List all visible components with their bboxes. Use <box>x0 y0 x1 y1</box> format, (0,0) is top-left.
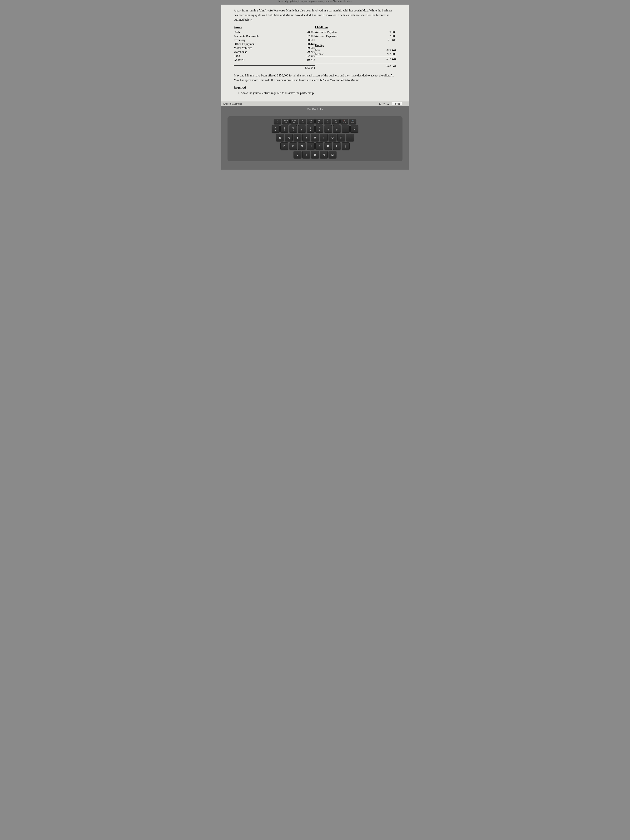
key-r[interactable]: R <box>285 134 293 141</box>
liabilities-subtotal-row: 12,100 <box>315 38 396 42</box>
intro-paragraph: A part from running Min Armin Wasteage M… <box>234 8 396 22</box>
key-f[interactable]: F <box>289 142 297 150</box>
key-d[interactable]: D <box>280 142 288 150</box>
balance-sheet: Assets Cash 70,006 Accounts Receivable 6… <box>234 25 396 69</box>
key-m[interactable]: M <box>328 151 336 158</box>
key-f5[interactable]: ☀ F5 <box>299 119 306 124</box>
top-notification-bar: th security updates, fixes, and improvem… <box>278 0 352 3</box>
key-i[interactable]: I <box>320 134 328 141</box>
asset-gw-label: Goodwill <box>234 58 298 62</box>
required-heading: Required <box>234 85 396 90</box>
status-right-controls: ⊞ ≡ ☰ Focus — <box>379 102 407 106</box>
key-9-lparen[interactable]: ( 9 <box>324 125 332 133</box>
asset-land-label: Land <box>234 54 298 58</box>
key-h[interactable]: H <box>307 142 314 150</box>
icon-grid: ⊞ <box>379 103 381 105</box>
liabilities-heading: Liabilities <box>315 25 396 29</box>
asset-inv-label: Inventory <box>234 38 298 42</box>
home-key-row: D F G H J K L : ; <box>230 142 400 150</box>
qwerty-key-row: E R T Y U I O P { <box>230 134 400 141</box>
key-p[interactable]: P <box>337 134 345 141</box>
key-f6[interactable]: ☀☀ F6 <box>307 119 314 124</box>
key-f4[interactable]: ⊞⊞⊞ F4 <box>291 119 298 124</box>
asset-row: Accounts Receivable 62,000 <box>234 35 315 38</box>
asset-ar-value: 62,000 <box>298 35 315 38</box>
liabilities-section: Liabilities Accounts Payable 9,300 Accru… <box>315 25 396 69</box>
focus-button[interactable]: Focus <box>392 102 402 106</box>
ae-value: 2,800 <box>380 35 396 38</box>
key-6-caret[interactable]: ^ 6 <box>298 125 306 133</box>
asset-row: Warehouse 79,200 <box>234 50 315 54</box>
key-b[interactable]: B <box>311 151 319 158</box>
key-5-percent[interactable]: % 5 <box>289 125 297 133</box>
required-item-1: 1. Show the journal entries required to … <box>238 91 396 95</box>
separator: — <box>404 103 407 105</box>
liability-row: Accounts Payable 9,300 <box>315 30 396 34</box>
key-7-ampersand[interactable]: & 7 <box>307 125 314 133</box>
key-f7[interactable]: ⏮ F7 <box>316 119 323 124</box>
key-f10[interactable]: 🔇 F10 <box>340 119 348 124</box>
icon-lines: ≡ <box>384 103 385 105</box>
key-l[interactable]: L <box>333 142 341 150</box>
key-f2[interactable]: 曰 F2 <box>274 119 281 124</box>
asset-gw-value: 19,738 <box>298 58 315 62</box>
assets-total-value: 543,544 <box>298 66 315 69</box>
ap-label: Accounts Payable <box>315 30 380 34</box>
keyboard: 曰 F2 ⊞⊞⊞ F3 ⊞⊞⊞ F4 ☀ F5 ☀☀ F6 ⏮ F7 <box>227 116 403 161</box>
required-section: Required 1. Show the journal entries req… <box>234 85 396 95</box>
equity-heading: Equity <box>315 44 396 47</box>
asset-cash-label: Cash <box>234 30 298 34</box>
key-g[interactable]: G <box>298 142 306 150</box>
number-key-row: # 3 $ 4 % 5 ^ 6 & 7 * 8 <box>230 125 400 133</box>
asset-mv-value: 59,560 <box>298 46 315 50</box>
asset-mv-label: Motor Vehicles <box>234 46 298 50</box>
asset-row: Office Equipment 30,440 <box>234 42 315 46</box>
key-t[interactable]: T <box>294 134 302 141</box>
liability-row: Accrued Expenses 2,800 <box>315 35 396 38</box>
key-e[interactable]: E <box>276 134 284 141</box>
key-k[interactable]: K <box>324 142 332 150</box>
icon-lines-2: ☰ <box>387 103 389 105</box>
second-paragraph: Max and Minnie have been offered $450,00… <box>234 73 396 82</box>
minnie-label: Minnie <box>315 52 380 56</box>
key-semicolon[interactable]: : ; <box>342 142 350 150</box>
key-f11[interactable]: 🔊 F11 <box>349 119 356 124</box>
key-j[interactable]: J <box>316 142 323 150</box>
asset-land-value: 192,000 <box>298 54 315 58</box>
key-minus[interactable]: — - <box>342 125 350 133</box>
key-c[interactable]: C <box>294 151 302 158</box>
key-plus[interactable]: + = <box>351 125 358 133</box>
assets-section: Assets Cash 70,006 Accounts Receivable 6… <box>234 25 315 69</box>
key-8-star[interactable]: * 8 <box>316 125 323 133</box>
key-0-rparen[interactable]: ) 0 <box>333 125 341 133</box>
asset-wh-label: Warehouse <box>234 50 298 54</box>
keyboard-container: 曰 F2 ⊞⊞⊞ F3 ⊞⊞⊞ F4 ☀ F5 ☀☀ F6 ⏮ F7 <box>221 112 409 170</box>
liabilities-total-row: 543,544 <box>315 64 396 68</box>
key-f9[interactable]: ⏭ F9 <box>332 119 339 124</box>
key-u[interactable]: U <box>311 134 319 141</box>
key-4-dollar[interactable]: $ 4 <box>280 125 288 133</box>
equity-row: Max 319,444 <box>315 48 396 52</box>
key-3-hash[interactable]: # 3 <box>272 125 279 133</box>
asset-oe-value: 30,440 <box>298 42 315 46</box>
key-lbrace[interactable]: { [ <box>346 134 354 141</box>
assets-total-row: 543,544 <box>234 65 315 69</box>
document-area: A part from running Min Armin Wasteage M… <box>221 5 409 101</box>
bottom-key-row: C V B N M <box>230 151 400 158</box>
ap-value: 9,300 <box>380 30 396 34</box>
assets-heading: Assets <box>234 25 315 29</box>
key-f3[interactable]: ⊞⊞⊞ F3 <box>282 119 290 124</box>
equity-row: Minnie 212,000 <box>315 52 396 56</box>
key-o[interactable]: O <box>328 134 336 141</box>
minnie-value: 212,000 <box>380 52 396 56</box>
key-n[interactable]: N <box>320 151 328 158</box>
key-y[interactable]: Y <box>302 134 310 141</box>
equity-subtotal-row: 531,444 <box>315 57 396 61</box>
key-f8[interactable]: ⏸ F8 <box>324 119 331 124</box>
key-v[interactable]: V <box>302 151 310 158</box>
asset-oe-label: Office Equipment <box>234 42 298 46</box>
liabilities-total-value: 543,544 <box>380 65 396 68</box>
asset-row: Goodwill 19,738 <box>234 58 315 62</box>
max-value: 319,444 <box>380 48 396 52</box>
equity-subtotal-label <box>315 57 380 61</box>
